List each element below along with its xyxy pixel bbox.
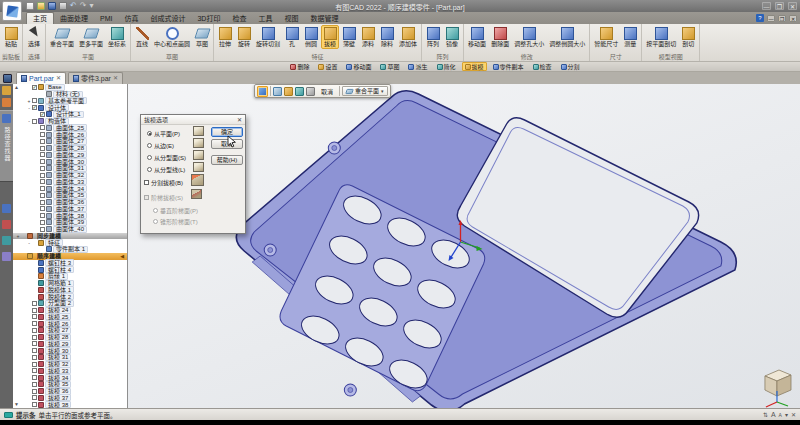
tree-scroll-down-icon[interactable]: ▼ [14, 402, 19, 407]
tree-checkbox[interactable] [32, 382, 37, 387]
app-logo-icon[interactable] [2, 1, 22, 21]
tree-checkbox[interactable] [32, 402, 37, 407]
tree-item[interactable]: 拔模 27 [19, 327, 127, 334]
screw-boss[interactable] [328, 142, 340, 154]
quick-command-item[interactable]: 零件副本 [490, 62, 527, 71]
quick-command-item[interactable]: 分割 [558, 62, 583, 71]
tree-checkbox[interactable] [40, 112, 45, 117]
tree-item[interactable]: 拔模 38 [19, 401, 127, 408]
radio-perpendicular-step[interactable]: 垂直阶梯面(P) [153, 206, 198, 215]
ribbon-button[interactable]: 草图 [193, 25, 211, 49]
tree-checkbox[interactable] [32, 85, 37, 90]
tree-item[interactable]: 唇缘 1 [19, 273, 127, 280]
library-tab-icon[interactable] [2, 86, 11, 95]
tree-checkbox[interactable] [32, 321, 37, 326]
ribbon-tab[interactable]: 工具 [252, 13, 278, 24]
tree-item[interactable]: 曲面体_27 [19, 138, 127, 145]
tree-checkbox[interactable] [40, 139, 45, 144]
ribbon-button[interactable]: 添料 [359, 25, 377, 49]
tree-checkbox[interactable] [32, 335, 37, 340]
tree-checkbox[interactable] [32, 105, 37, 110]
ribbon-button[interactable]: 更多平面 [77, 25, 105, 49]
ribbon-button[interactable]: 粘贴 [2, 25, 20, 49]
family-tab-icon[interactable] [2, 236, 11, 245]
direction-step-icon[interactable] [295, 87, 304, 96]
font-decrease-icon[interactable]: A [779, 410, 782, 420]
view-cube[interactable] [765, 370, 791, 396]
tree-checkbox[interactable] [32, 308, 37, 313]
tree-item[interactable]: 螺钉柱 4 [19, 266, 127, 273]
tree-item[interactable]: 曲面体_31 [19, 165, 127, 172]
tree-item[interactable]: 曲面体_39 [19, 219, 127, 226]
tree-item[interactable]: 拔模 32 [19, 361, 127, 368]
ribbon-button[interactable]: 智能尺寸 [592, 25, 620, 49]
tree-checkbox[interactable] [40, 166, 45, 171]
ribbon-button[interactable]: 测量 [621, 25, 639, 49]
tree-item[interactable]: 分型面 2 [19, 300, 127, 307]
tree-item[interactable]: 拔模 24 [19, 307, 127, 314]
ribbon-button[interactable]: 移动面 [466, 25, 488, 49]
quick-command-item[interactable]: 移动面 [343, 62, 374, 71]
ribbon-button[interactable]: 添加体 [397, 25, 419, 49]
ribbon-button[interactable]: 选择 [25, 25, 43, 49]
tree-checkbox[interactable] [32, 368, 37, 373]
finish-step-icon[interactable] [306, 87, 315, 96]
ribbon-button[interactable]: 倒圆 [302, 25, 320, 49]
tree-scroll-up-icon[interactable]: ▲ [14, 85, 19, 90]
tree-checkbox[interactable] [40, 125, 45, 130]
tree-item[interactable]: 曲面体_26 [19, 131, 127, 138]
ribbon-tab[interactable]: 数据管理 [304, 13, 344, 24]
selection-tab-icon[interactable] [2, 252, 11, 261]
doc-restore-button[interactable]: ❐ [778, 15, 786, 22]
tree-checkbox[interactable] [40, 213, 45, 218]
plane-step-icon[interactable] [273, 87, 282, 96]
ribbon-button[interactable]: 中心和点画圆 [152, 25, 192, 49]
tree-item[interactable]: 曲面体_38 [19, 212, 127, 219]
minimize-button[interactable]: — [762, 2, 771, 10]
tree-checkbox[interactable] [40, 206, 45, 211]
ribbon-button[interactable]: 删除面 [489, 25, 511, 49]
doc-minimize-button[interactable]: — [767, 15, 775, 22]
tree-item[interactable]: 拔模 33 [19, 368, 127, 375]
tree-checkbox[interactable] [32, 348, 37, 353]
tree-checkbox[interactable] [32, 389, 37, 394]
radio-tapered-step[interactable]: 锥形阶梯面(T) [153, 217, 198, 226]
quick-command-item[interactable]: 删除 [287, 62, 312, 71]
ribbon-tab[interactable]: 仿真 [118, 13, 144, 24]
help-button[interactable]: 帮助(H) [211, 155, 243, 165]
close-prompt-icon[interactable]: ✕ [791, 410, 796, 420]
ribbon-tab[interactable]: 创成式设计 [144, 13, 191, 24]
tree-item[interactable]: 拔模 37 [19, 395, 127, 402]
tree-checkbox[interactable] [32, 301, 37, 306]
tree-item[interactable]: 拔模 29 [19, 341, 127, 348]
radio-from-parting-line[interactable]: 从分型线(L) [147, 165, 185, 174]
quick-command-item[interactable]: 检查 [530, 62, 555, 71]
tree-checkbox[interactable] [40, 152, 45, 157]
tree-item[interactable]: 拔模 30 [19, 347, 127, 354]
plane-select-dropdown[interactable]: 重合平面 ▾ [342, 86, 388, 96]
tree-item[interactable]: 零件副本 1 [19, 246, 127, 253]
ribbon-button[interactable]: 拉伸 [216, 25, 234, 49]
quick-command-item[interactable]: 草图 [377, 62, 402, 71]
radio-from-parting-surface[interactable]: 从分型面(S) [147, 153, 186, 162]
tree-checkbox[interactable] [40, 159, 45, 164]
tree-item[interactable]: + 同步建模 [13, 233, 127, 240]
ribbon-tab[interactable]: 3D打印 [191, 13, 226, 24]
tree-checkbox[interactable] [32, 341, 37, 346]
tree-checkbox[interactable] [32, 375, 37, 380]
tree-item[interactable]: Base [19, 84, 127, 91]
tree-checkbox[interactable] [32, 314, 37, 319]
font-increase-icon[interactable]: A [771, 410, 776, 420]
restore-button[interactable]: ❐ [775, 2, 784, 10]
tree-item[interactable]: - 设计体 [19, 104, 127, 111]
ribbon-button[interactable]: 直线 [133, 25, 151, 49]
tree-expand-icon[interactable]: + [15, 233, 21, 239]
ribbon-button[interactable]: 除料 [378, 25, 396, 49]
tree-item[interactable]: 拔模 36 [19, 388, 127, 395]
tree-checkbox[interactable] [32, 119, 37, 124]
ribbon-button[interactable]: 阵列 [424, 25, 442, 49]
checkbox-step-draft[interactable]: 阶梯拔模(S) [144, 193, 183, 202]
tree-checkbox[interactable] [40, 179, 45, 184]
tree-checkbox[interactable] [32, 98, 37, 103]
document-tab[interactable]: 零件3.par ✕ [68, 72, 123, 84]
